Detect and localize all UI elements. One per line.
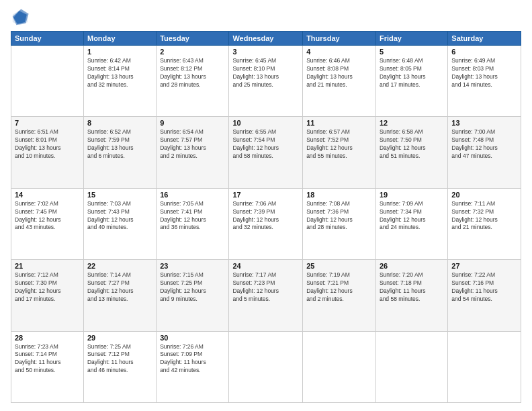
day-info: Sunrise: 7:12 AM Sunset: 7:30 PM Dayligh… bbox=[15, 271, 80, 304]
calendar-cell: 11Sunrise: 6:57 AM Sunset: 7:52 PM Dayli… bbox=[303, 117, 376, 188]
header-saturday: Saturday bbox=[448, 32, 521, 46]
day-number: 20 bbox=[451, 191, 517, 199]
day-info: Sunrise: 6:51 AM Sunset: 8:01 PM Dayligh… bbox=[15, 128, 80, 161]
header-sunday: Sunday bbox=[11, 32, 84, 46]
day-info: Sunrise: 6:58 AM Sunset: 7:50 PM Dayligh… bbox=[380, 128, 444, 161]
day-number: 16 bbox=[160, 191, 225, 199]
week-row-3: 14Sunrise: 7:02 AM Sunset: 7:45 PM Dayli… bbox=[11, 188, 521, 259]
calendar-cell bbox=[375, 331, 447, 402]
calendar-cell: 28Sunrise: 7:23 AM Sunset: 7:14 PM Dayli… bbox=[11, 331, 84, 402]
day-number: 24 bbox=[232, 262, 299, 270]
day-number: 12 bbox=[380, 119, 444, 127]
day-number: 26 bbox=[380, 262, 444, 270]
calendar-cell: 8Sunrise: 6:52 AM Sunset: 7:59 PM Daylig… bbox=[83, 117, 156, 188]
day-number: 14 bbox=[15, 191, 80, 199]
week-row-4: 21Sunrise: 7:12 AM Sunset: 7:30 PM Dayli… bbox=[11, 260, 521, 331]
header-thursday: Thursday bbox=[303, 32, 376, 46]
header-tuesday: Tuesday bbox=[157, 32, 229, 46]
day-info: Sunrise: 7:15 AM Sunset: 7:25 PM Dayligh… bbox=[160, 271, 225, 304]
day-number: 5 bbox=[380, 48, 444, 56]
calendar-cell: 9Sunrise: 6:54 AM Sunset: 7:57 PM Daylig… bbox=[157, 117, 229, 188]
day-number: 6 bbox=[451, 48, 517, 56]
calendar-cell: 7Sunrise: 6:51 AM Sunset: 8:01 PM Daylig… bbox=[11, 117, 84, 188]
day-number: 17 bbox=[232, 191, 299, 199]
calendar-cell: 16Sunrise: 7:05 AM Sunset: 7:41 PM Dayli… bbox=[157, 188, 229, 259]
day-info: Sunrise: 7:14 AM Sunset: 7:27 PM Dayligh… bbox=[87, 271, 152, 304]
calendar-cell: 27Sunrise: 7:22 AM Sunset: 7:16 PM Dayli… bbox=[448, 260, 521, 331]
header-wednesday: Wednesday bbox=[229, 32, 303, 46]
logo-icon bbox=[11, 8, 30, 27]
calendar-cell: 29Sunrise: 7:25 AM Sunset: 7:12 PM Dayli… bbox=[83, 331, 156, 402]
day-number: 4 bbox=[306, 48, 372, 56]
day-number: 23 bbox=[160, 262, 225, 270]
day-info: Sunrise: 7:08 AM Sunset: 7:36 PM Dayligh… bbox=[306, 200, 372, 232]
calendar-cell: 1Sunrise: 6:42 AM Sunset: 8:14 PM Daylig… bbox=[83, 46, 156, 117]
day-info: Sunrise: 7:09 AM Sunset: 7:34 PM Dayligh… bbox=[380, 200, 444, 232]
day-info: Sunrise: 7:03 AM Sunset: 7:43 PM Dayligh… bbox=[87, 200, 152, 232]
day-number: 25 bbox=[306, 262, 372, 270]
day-info: Sunrise: 7:26 AM Sunset: 7:09 PM Dayligh… bbox=[160, 343, 225, 375]
calendar-cell: 14Sunrise: 7:02 AM Sunset: 7:45 PM Dayli… bbox=[11, 188, 84, 259]
day-number: 8 bbox=[87, 119, 152, 127]
day-number: 9 bbox=[160, 119, 225, 127]
calendar-cell: 21Sunrise: 7:12 AM Sunset: 7:30 PM Dayli… bbox=[11, 260, 84, 331]
day-number: 21 bbox=[15, 262, 80, 270]
day-info: Sunrise: 7:23 AM Sunset: 7:14 PM Dayligh… bbox=[15, 343, 80, 375]
day-number: 19 bbox=[380, 191, 444, 199]
day-number: 29 bbox=[87, 334, 152, 342]
day-info: Sunrise: 6:57 AM Sunset: 7:52 PM Dayligh… bbox=[306, 128, 372, 161]
header-friday: Friday bbox=[375, 32, 447, 46]
day-number: 10 bbox=[232, 119, 299, 127]
day-number: 11 bbox=[306, 119, 372, 127]
day-number: 3 bbox=[232, 48, 299, 56]
calendar-cell: 15Sunrise: 7:03 AM Sunset: 7:43 PM Dayli… bbox=[83, 188, 156, 259]
day-info: Sunrise: 7:17 AM Sunset: 7:23 PM Dayligh… bbox=[232, 271, 299, 304]
day-info: Sunrise: 7:20 AM Sunset: 7:18 PM Dayligh… bbox=[380, 271, 444, 304]
day-info: Sunrise: 7:06 AM Sunset: 7:39 PM Dayligh… bbox=[232, 200, 299, 232]
calendar-cell: 23Sunrise: 7:15 AM Sunset: 7:25 PM Dayli… bbox=[157, 260, 229, 331]
week-row-1: 1Sunrise: 6:42 AM Sunset: 8:14 PM Daylig… bbox=[11, 46, 521, 117]
day-number: 15 bbox=[87, 191, 152, 199]
day-number: 28 bbox=[15, 334, 80, 342]
day-number: 18 bbox=[306, 191, 372, 199]
day-number: 13 bbox=[451, 119, 517, 127]
calendar-cell: 18Sunrise: 7:08 AM Sunset: 7:36 PM Dayli… bbox=[303, 188, 376, 259]
day-info: Sunrise: 7:11 AM Sunset: 7:32 PM Dayligh… bbox=[451, 200, 517, 232]
calendar-cell: 26Sunrise: 7:20 AM Sunset: 7:18 PM Dayli… bbox=[375, 260, 447, 331]
header bbox=[11, 8, 521, 27]
day-info: Sunrise: 7:05 AM Sunset: 7:41 PM Dayligh… bbox=[160, 200, 225, 232]
day-info: Sunrise: 6:46 AM Sunset: 8:08 PM Dayligh… bbox=[306, 57, 372, 89]
day-number: 22 bbox=[87, 262, 152, 270]
day-info: Sunrise: 7:00 AM Sunset: 7:48 PM Dayligh… bbox=[451, 128, 517, 161]
day-info: Sunrise: 7:19 AM Sunset: 7:21 PM Dayligh… bbox=[306, 271, 372, 304]
day-number: 7 bbox=[15, 119, 80, 127]
day-info: Sunrise: 6:55 AM Sunset: 7:54 PM Dayligh… bbox=[232, 128, 299, 161]
calendar-cell: 30Sunrise: 7:26 AM Sunset: 7:09 PM Dayli… bbox=[157, 331, 229, 402]
calendar-cell bbox=[229, 331, 303, 402]
calendar-cell: 4Sunrise: 6:46 AM Sunset: 8:08 PM Daylig… bbox=[303, 46, 376, 117]
day-info: Sunrise: 6:45 AM Sunset: 8:10 PM Dayligh… bbox=[232, 57, 299, 89]
day-info: Sunrise: 6:43 AM Sunset: 8:12 PM Dayligh… bbox=[160, 57, 225, 89]
page: SundayMondayTuesdayWednesdayThursdayFrid… bbox=[0, 0, 532, 411]
calendar-cell: 10Sunrise: 6:55 AM Sunset: 7:54 PM Dayli… bbox=[229, 117, 303, 188]
calendar-cell: 19Sunrise: 7:09 AM Sunset: 7:34 PM Dayli… bbox=[375, 188, 447, 259]
calendar-cell: 12Sunrise: 6:58 AM Sunset: 7:50 PM Dayli… bbox=[375, 117, 447, 188]
week-row-5: 28Sunrise: 7:23 AM Sunset: 7:14 PM Dayli… bbox=[11, 331, 521, 402]
calendar-header-row: SundayMondayTuesdayWednesdayThursdayFrid… bbox=[11, 32, 521, 46]
header-monday: Monday bbox=[83, 32, 156, 46]
calendar-cell bbox=[448, 331, 521, 402]
day-number: 2 bbox=[160, 48, 225, 56]
day-number: 30 bbox=[160, 334, 225, 342]
day-info: Sunrise: 6:42 AM Sunset: 8:14 PM Dayligh… bbox=[87, 57, 152, 89]
calendar-cell: 22Sunrise: 7:14 AM Sunset: 7:27 PM Dayli… bbox=[83, 260, 156, 331]
calendar-cell: 20Sunrise: 7:11 AM Sunset: 7:32 PM Dayli… bbox=[448, 188, 521, 259]
day-number: 27 bbox=[451, 262, 517, 270]
calendar-cell: 3Sunrise: 6:45 AM Sunset: 8:10 PM Daylig… bbox=[229, 46, 303, 117]
day-info: Sunrise: 6:49 AM Sunset: 8:03 PM Dayligh… bbox=[451, 57, 517, 89]
logo bbox=[11, 8, 32, 27]
calendar-table: SundayMondayTuesdayWednesdayThursdayFrid… bbox=[11, 31, 521, 403]
week-row-2: 7Sunrise: 6:51 AM Sunset: 8:01 PM Daylig… bbox=[11, 117, 521, 188]
day-info: Sunrise: 6:48 AM Sunset: 8:05 PM Dayligh… bbox=[380, 57, 444, 89]
calendar-cell: 13Sunrise: 7:00 AM Sunset: 7:48 PM Dayli… bbox=[448, 117, 521, 188]
calendar-cell: 2Sunrise: 6:43 AM Sunset: 8:12 PM Daylig… bbox=[157, 46, 229, 117]
